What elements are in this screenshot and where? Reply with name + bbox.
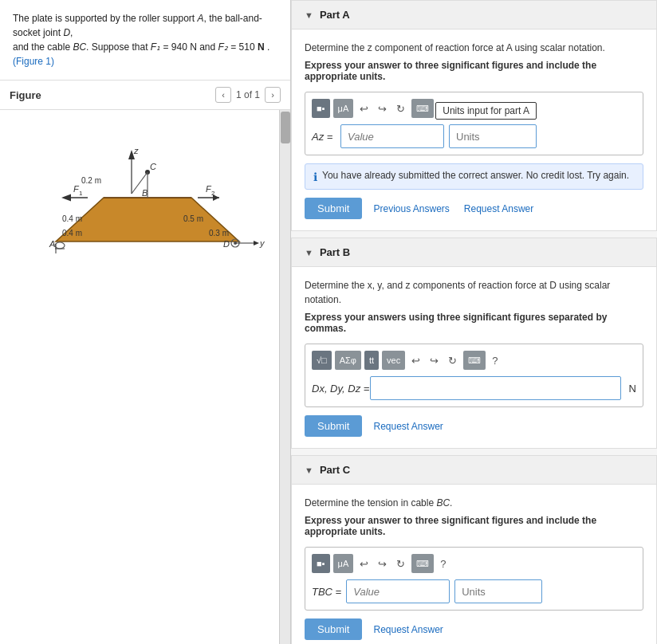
figure-header: Figure ‹ 1 of 1 › (0, 80, 290, 110)
part-b-unit-label: N (629, 383, 636, 395)
svg-text:0.2 m: 0.2 m (81, 176, 101, 185)
svg-text:0.5 m: 0.5 m (183, 214, 203, 223)
problem-statement: The plate is supported by the roller sup… (0, 0, 290, 80)
figure-title: Figure (10, 89, 41, 101)
scroll-thumb[interactable] (281, 112, 290, 143)
part-a-units-input[interactable] (449, 124, 537, 148)
part-b-section: ▼ Part B Determine the x, y, and z compo… (291, 238, 657, 449)
part-a-input-area: ■▪ μA ↩ ↪ ↻ ⌨ ? Az = Units input for par… (305, 92, 643, 155)
svg-text:B: B (142, 188, 148, 198)
figure-scrollbar[interactable] (279, 110, 290, 644)
part-b-input-area: √□ ΑΣφ tt vec ↩ ↪ ↻ ⌨ ? Dx, Dy, Dz = N (305, 344, 643, 407)
part-c-units-input[interactable] (454, 579, 542, 603)
svg-text:2: 2 (211, 190, 215, 197)
part-c-undo-icon[interactable]: ↩ (356, 556, 372, 571)
figure-prev-button[interactable]: ‹ (215, 87, 231, 103)
figure-page-indicator: 1 of 1 (236, 89, 260, 100)
part-b-format-btn1[interactable]: √□ (312, 351, 332, 370)
variable-F1: F₁ (151, 41, 160, 53)
part-b-toggle-icon: ▼ (305, 248, 313, 257)
part-c-input-area: ■▪ μA ↩ ↪ ↻ ⌨ ? TBC = (305, 547, 643, 611)
part-a-units-container: Units input for part A (449, 124, 537, 148)
part-b-header[interactable]: ▼ Part B (292, 238, 656, 267)
svg-text:0.3 m: 0.3 m (209, 229, 229, 238)
figure-next-button[interactable]: › (265, 87, 281, 103)
part-a-submit-button[interactable]: Submit (305, 198, 362, 219)
part-a-answer-label: Az = (312, 131, 336, 143)
part-c-submit-button[interactable]: Submit (305, 618, 362, 640)
part-a-section: ▼ Part A Determine the z component of re… (291, 0, 657, 231)
part-c-answer-row: TBC = (312, 579, 636, 603)
part-b-submit-button[interactable]: Submit (305, 415, 362, 437)
part-c-section: ▼ Part C Determine the tension in cable … (291, 455, 657, 644)
part-b-help-icon[interactable]: ? (489, 353, 501, 368)
figure-svg: z C F 1 0.2 m F 2 (0, 110, 290, 264)
part-b-format-btn3[interactable]: tt (364, 351, 379, 370)
figure-canvas: z C F 1 0.2 m F 2 (0, 110, 290, 644)
part-c-toolbar: ■▪ μA ↩ ↪ ↻ ⌨ ? (312, 554, 636, 573)
left-panel: The plate is supported by the roller sup… (0, 0, 291, 644)
part-c-format-btn2[interactable]: μA (333, 554, 354, 573)
part-c-action-row: Submit Request Answer (305, 618, 643, 640)
part-a-answer-row: Az = Units input for part A (312, 124, 636, 148)
part-b-action-row: Submit Request Answer (305, 415, 643, 437)
figure-section: Figure ‹ 1 of 1 › z (0, 80, 290, 644)
part-c-label: Part C (320, 464, 350, 476)
part-c-header[interactable]: ▼ Part C (292, 456, 656, 485)
problem-text-5: . Suppose that (86, 41, 151, 53)
svg-text:0.4 m: 0.4 m (62, 229, 82, 238)
part-a-redo-icon[interactable]: ↪ (375, 101, 390, 116)
part-b-instruction: Express your answers using three signifi… (305, 312, 643, 334)
part-c-question: Determine the tension in cable BC. (305, 496, 643, 510)
problem-text-eq1: = 940 N and (160, 41, 218, 53)
part-a-request-answer-link[interactable]: Request Answer (461, 203, 537, 214)
part-a-alert-text: You have already submitted the correct a… (322, 170, 629, 181)
part-c-value-input[interactable] (346, 579, 450, 603)
part-a-label: Part A (320, 9, 350, 21)
part-c-refresh-icon[interactable]: ↻ (393, 556, 408, 571)
part-a-undo-icon[interactable]: ↩ (356, 101, 372, 116)
part-a-instruction: Express your answer to three significant… (305, 60, 643, 82)
svg-text:A: A (49, 239, 55, 249)
part-c-body: Determine the tension in cable BC. Expre… (292, 485, 656, 644)
part-a-units-tooltip: Units input for part A (435, 102, 537, 120)
part-a-header[interactable]: ▼ Part A (292, 1, 656, 29)
part-a-prev-answers-link[interactable]: Previous Answers (370, 203, 452, 214)
problem-text-eq2: = 510 (228, 41, 258, 53)
part-b-question: Determine the x, y, and z components of … (305, 278, 643, 307)
part-a-value-input[interactable] (340, 124, 444, 148)
part-b-answer-input[interactable] (370, 376, 621, 400)
part-a-format-btn2[interactable]: μA (333, 99, 354, 118)
part-b-request-answer-link[interactable]: Request Answer (370, 421, 446, 432)
part-c-instruction: Express your answer to three significant… (305, 515, 643, 537)
part-b-format-btn2[interactable]: ΑΣφ (335, 351, 361, 370)
part-b-redo-icon[interactable]: ↪ (427, 353, 442, 368)
svg-text:0.4 m: 0.4 m (62, 214, 82, 223)
part-a-format-btn1[interactable]: ■▪ (312, 99, 330, 118)
alert-info-icon: ℹ (313, 171, 317, 183)
part-c-format-btn1[interactable]: ■▪ (312, 554, 330, 573)
right-panel: ▼ Part A Determine the z component of re… (291, 0, 657, 644)
part-b-keyboard-btn[interactable]: ⌨ (463, 351, 486, 370)
figure-link[interactable]: (Figure 1) (13, 56, 54, 67)
part-c-help-icon[interactable]: ? (437, 556, 449, 571)
part-b-format-btn4[interactable]: vec (382, 351, 405, 370)
part-c-redo-icon[interactable]: ↪ (375, 556, 390, 571)
part-b-answer-label: Dx, Dy, Dz = (312, 383, 365, 395)
part-a-alert: ℹ You have already submitted the correct… (305, 163, 643, 190)
svg-text:y: y (259, 238, 266, 248)
part-b-body: Determine the x, y, and z components of … (292, 267, 656, 448)
svg-text:z: z (133, 146, 139, 155)
part-a-body: Determine the z component of reaction fo… (292, 29, 656, 230)
part-b-refresh-icon[interactable]: ↻ (445, 353, 460, 368)
svg-text:D: D (223, 239, 230, 249)
variable-BC: BC (73, 41, 86, 53)
part-c-keyboard-btn[interactable]: ⌨ (411, 554, 434, 573)
part-a-keyboard-btn[interactable]: ⌨ (411, 99, 434, 118)
part-b-answer-row: Dx, Dy, Dz = N (312, 376, 636, 400)
problem-text-1: The plate is supported by the roller sup… (13, 13, 197, 24)
svg-marker-29 (254, 241, 259, 245)
part-a-refresh-icon[interactable]: ↻ (393, 101, 408, 116)
part-c-request-answer-link[interactable]: Request Answer (370, 624, 446, 635)
part-b-undo-icon[interactable]: ↩ (408, 353, 423, 368)
